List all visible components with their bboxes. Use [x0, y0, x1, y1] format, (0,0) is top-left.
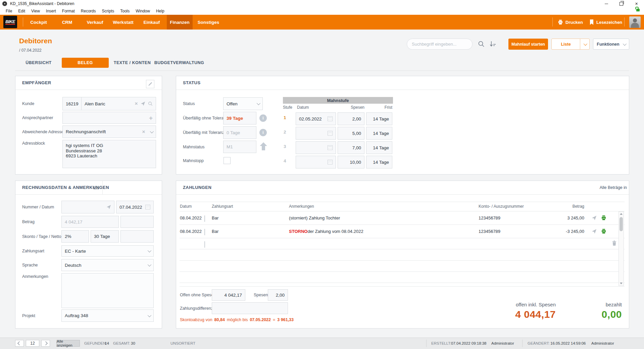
mahnstufe-datum-field[interactable] — [296, 156, 336, 168]
col-betrag: Betrag — [545, 204, 584, 209]
record-number-input[interactable] — [26, 340, 39, 347]
navigate-icon[interactable] — [106, 205, 111, 209]
liste-dropdown[interactable] — [580, 43, 589, 46]
mahnstufe-datum-field[interactable] — [296, 127, 336, 140]
maximize-button[interactable] — [614, 0, 629, 7]
skonto-field[interactable]: 2% — [61, 230, 89, 243]
navigate-icon[interactable] — [592, 215, 597, 220]
navigate-icon[interactable] — [592, 229, 597, 234]
trash-icon[interactable] — [612, 241, 617, 246]
zahlungsdifferenz-field[interactable] — [212, 302, 288, 314]
betrag-field[interactable]: 4 042,17 — [61, 216, 119, 228]
mahnstufe-frist-field[interactable]: 14 Tage — [366, 156, 392, 168]
clear-icon[interactable]: ✕ — [142, 130, 145, 134]
search-input[interactable] — [407, 39, 473, 50]
payment-row-empty[interactable] — [180, 238, 625, 249]
tage-field[interactable]: 30 Tage — [91, 230, 119, 243]
tab-beleg[interactable]: BELEG — [62, 58, 109, 68]
sort-icon[interactable] — [489, 41, 496, 47]
nav-tab-sonstiges[interactable]: Sonstiges — [194, 15, 223, 30]
close-button[interactable]: ✕ — [629, 0, 644, 7]
calendar-icon[interactable] — [328, 145, 333, 150]
clear-icon[interactable]: ✕ — [135, 102, 138, 106]
mahnstufe-frist-field[interactable]: 14 Tage — [366, 127, 392, 140]
mahnstufe-spesen-field[interactable]: 7,00 — [338, 141, 364, 154]
projekt-select[interactable]: Auftrag 348 — [61, 309, 154, 322]
kunde-name-field[interactable]: Alen Baric ✕ — [81, 97, 156, 110]
mahnstufe-frist-field[interactable]: 14 Tage — [366, 112, 392, 125]
menu-edit[interactable]: Edit — [15, 7, 28, 15]
menu-tools[interactable]: Tools — [117, 7, 133, 15]
mahnstopp-checkbox[interactable] — [224, 157, 231, 164]
datum-field[interactable]: 07.04.2022 — [116, 201, 154, 213]
calendar-icon[interactable] — [328, 131, 333, 136]
previous-record-button[interactable] — [15, 340, 24, 347]
kunde-nr-field[interactable]: 16219 — [62, 97, 82, 110]
nav-tab-crm[interactable]: CRM — [56, 15, 78, 30]
add-icon[interactable]: + — [149, 115, 153, 121]
calendar-icon[interactable] — [328, 160, 333, 164]
anmerkungen-textarea[interactable] — [61, 273, 154, 308]
calendar-icon[interactable] — [204, 229, 205, 235]
status-select[interactable]: Offen — [223, 97, 263, 110]
nav-tab-cockpit[interactable]: Cockpit — [23, 15, 54, 30]
nav-tab-werkstatt[interactable]: Werkstatt — [109, 15, 137, 30]
mahnstufe-spesen-field[interactable]: 5,00 — [338, 127, 364, 140]
search-record-icon[interactable] — [148, 101, 153, 106]
abweichende-adresse-field[interactable]: Rechnungsanschrift ✕ — [62, 126, 156, 138]
nav-tab-verkauf[interactable]: Verkauf — [82, 15, 108, 30]
menu-records[interactable]: Records — [78, 7, 99, 15]
print-receipt-icon[interactable] — [601, 215, 606, 220]
menu-insert[interactable]: Insert — [43, 7, 59, 15]
netto-field[interactable] — [120, 230, 154, 243]
sprache-select[interactable]: Deutsch — [61, 259, 154, 271]
menu-window[interactable]: Window — [133, 7, 153, 15]
menu-scripts[interactable]: Scripts — [99, 7, 117, 15]
calendar-icon[interactable] — [145, 205, 150, 209]
mahnstufe-datum-field[interactable]: 02.05.2022 — [296, 112, 336, 125]
mahnlauf-starten-button[interactable]: Mahnlauf starten — [508, 39, 548, 50]
nav-tab-finanzen[interactable]: Finanzen — [167, 15, 193, 30]
funktionen-button[interactable]: Funktionen — [593, 39, 629, 50]
liste-button[interactable]: Liste — [551, 39, 590, 50]
tab-texte-konten[interactable]: TEXTE / KONTEN — [112, 58, 153, 68]
tab-budgetverwaltung[interactable]: BUDGETVERWALTUNG — [154, 58, 205, 68]
menu-format[interactable]: Format — [59, 7, 78, 15]
mahnstufe-datum-field[interactable] — [296, 141, 336, 154]
scroll-down-icon[interactable] — [620, 283, 623, 284]
payment-row[interactable]: 08.04.2022 Bar (storniert) Zahlung Tocht… — [180, 211, 625, 225]
calendar-icon[interactable] — [204, 215, 205, 222]
navigate-icon[interactable] — [141, 101, 145, 106]
scroll-up-icon[interactable] — [620, 213, 623, 215]
nav-tab-einkauf[interactable]: Einkauf — [138, 15, 165, 30]
mahnstufe-spesen-field[interactable]: 2,00 — [338, 112, 364, 125]
menu-help[interactable]: Help — [153, 7, 167, 15]
adressblock-field[interactable]: hgi systems IT OG Bundesstrasse 28 6923 … — [62, 140, 156, 168]
table-scrollbar[interactable] — [618, 211, 624, 286]
calendar-icon[interactable] — [204, 241, 205, 248]
scrollbar-thumb[interactable] — [620, 217, 623, 231]
nummer-field[interactable] — [61, 201, 114, 213]
user-avatar[interactable] — [629, 16, 641, 28]
menu-view[interactable]: View — [28, 7, 43, 15]
zahlungsart-select[interactable]: EC - Karte — [61, 245, 154, 257]
print-button[interactable]: Drucken — [558, 15, 583, 30]
edit-button[interactable] — [146, 80, 154, 88]
mahnstufe-frist-field[interactable]: 14 Tage — [366, 141, 392, 154]
calendar-icon[interactable] — [328, 116, 333, 121]
betrag-feld2[interactable] — [120, 216, 154, 228]
tab-uebersicht[interactable]: ÜBERSICHT — [20, 58, 57, 68]
raise-mahnstufe-button[interactable] — [259, 142, 267, 151]
info-icon[interactable]: i — [259, 129, 267, 136]
ansprechpartner-field[interactable]: + — [62, 112, 156, 124]
menu-file[interactable]: File — [3, 7, 15, 15]
mahnstufe-spesen-field[interactable]: 10,00 — [338, 156, 364, 168]
payment-row[interactable]: 08.04.2022 Bar STORNO der Zahlung vom 08… — [180, 225, 625, 238]
alle-anzeigen-button[interactable]: Alle anzeigen — [56, 340, 80, 347]
next-record-button[interactable] — [41, 340, 50, 347]
bookmark-button[interactable]: Lesezeichen — [589, 15, 622, 30]
info-icon[interactable]: i — [259, 114, 267, 122]
print-receipt-icon[interactable] — [601, 229, 606, 234]
minimize-button[interactable] — [599, 0, 614, 7]
search-icon[interactable] — [478, 41, 485, 47]
